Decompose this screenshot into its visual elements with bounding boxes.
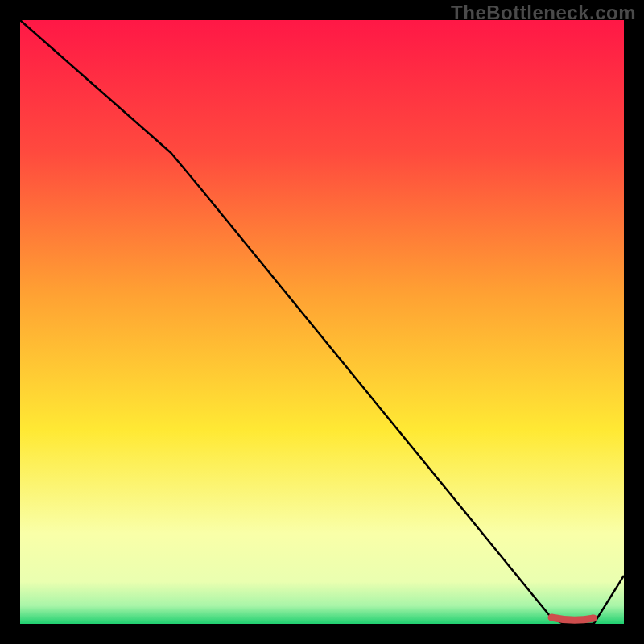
watermark-text: TheBottleneck.com bbox=[451, 2, 636, 24]
gradient-background bbox=[20, 20, 624, 624]
chart-plot-area bbox=[20, 20, 624, 624]
chart-container: TheBottleneck.com bbox=[0, 0, 644, 644]
minimum-marker bbox=[551, 617, 594, 620]
chart-svg bbox=[20, 20, 624, 624]
